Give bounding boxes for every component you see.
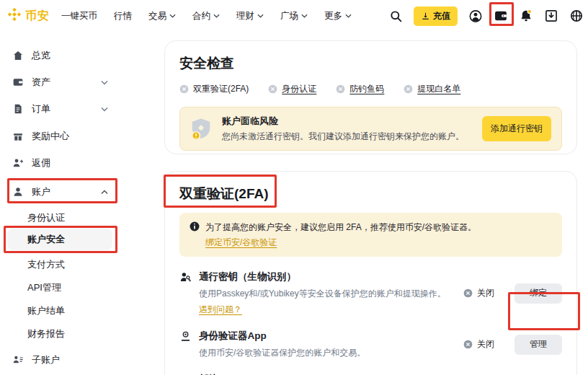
authenticator-manage-button[interactable]: 管理	[514, 335, 562, 355]
risk-banner-texts: 账户面临风险 您尚未激活通行密钥。我们建议添加通行密钥来保护您的账户。	[222, 115, 482, 143]
chevron-up-icon	[101, 190, 108, 195]
sidebar-item-assets[interactable]: 资产	[0, 73, 144, 92]
passkey-row: 通行密钥（生物识别） 使用Passkey和/或Yubikey等安全设备保护您的账…	[179, 270, 562, 316]
rewards-icon	[12, 131, 24, 142]
passkey-title: 通行密钥（生物识别）	[199, 270, 463, 283]
binance-diamond-icon	[7, 7, 22, 25]
chevron-down-icon	[301, 14, 308, 18]
info-icon	[190, 221, 200, 249]
sidebar-item-financial-reports[interactable]: 财务报告	[0, 325, 144, 343]
chevron-down-icon	[213, 14, 220, 18]
authenticator-icon	[179, 330, 192, 343]
sidebar-item-payment-methods[interactable]: 支付方式	[0, 255, 144, 274]
page: 币安 一键买币 行情 交易 合约 理财 广场 更多	[0, 0, 588, 375]
shield-warning-icon	[190, 118, 212, 141]
chevron-down-icon	[169, 14, 176, 18]
status-off-icon	[463, 288, 473, 298]
authenticator-row: 身份验证器App 使用币安/谷歌验证器保护您的账户和交易。 关闭 管理	[179, 330, 562, 359]
risk-banner-title: 账户面临风险	[222, 115, 482, 128]
language-globe-icon[interactable]	[569, 9, 584, 23]
chevron-down-icon	[257, 14, 264, 18]
add-passkey-button[interactable]: 添加通行密钥	[482, 116, 551, 141]
notifications-bell-icon[interactable]	[519, 9, 533, 23]
wallet-icon	[12, 76, 24, 88]
chevron-down-icon	[345, 14, 352, 18]
checklist-item-2fa[interactable]: 双重验证(2FA)	[179, 83, 249, 95]
subaccounts-icon	[12, 354, 24, 366]
status-off-icon	[463, 340, 473, 349]
risk-banner-description: 您尚未激活通行密钥。我们建议添加通行密钥来保护您的账户。	[222, 131, 482, 143]
checklist-item-antiphishing[interactable]: 防钓鱼码	[336, 83, 384, 95]
sidebar-item-sub-accounts[interactable]: 子账户	[0, 350, 144, 369]
sidebar-item-orders[interactable]: 订单	[0, 100, 144, 118]
account-risk-banner: 账户面临风险 您尚未激活通行密钥。我们建议添加通行密钥来保护您的账户。 添加通行…	[179, 107, 562, 151]
two-factor-card: 双重验证(2FA) 为了提高您的账户安全，建议您启用 2FA，推荐使用币安/谷歌…	[164, 171, 577, 375]
authenticator-title: 身份验证器App	[199, 330, 463, 343]
sidebar-item-rewards-hub[interactable]: 奖励中心	[0, 127, 144, 146]
two-factor-title: 双重验证(2FA)	[179, 185, 562, 203]
wallet-icon[interactable]	[494, 9, 508, 23]
circle-x-icon	[179, 84, 189, 94]
referral-icon	[12, 157, 24, 169]
nav-trade[interactable]: 交易	[148, 10, 176, 22]
circle-x-icon	[268, 84, 277, 94]
chevron-down-icon	[101, 80, 108, 85]
passkey-status: 关闭	[463, 287, 494, 299]
authenticator-description: 使用币安/谷歌验证器保护您的账户和交易。	[199, 347, 463, 359]
home-icon	[12, 50, 24, 61]
logo-text: 币安	[25, 9, 50, 24]
sidebar-item-identity-verification[interactable]: 身份认证	[0, 208, 144, 227]
passkey-help-link[interactable]: 遇到问题？	[199, 304, 242, 316]
authenticator-status: 关闭	[463, 338, 494, 350]
nav-buy-crypto[interactable]: 一键买币	[61, 10, 97, 22]
profile-icon[interactable]	[468, 9, 483, 23]
search-icon[interactable]	[388, 9, 403, 23]
security-checklist: 双重验证(2FA) 身份认证 防钓鱼码 提现白名单	[179, 83, 562, 95]
two-factor-info-banner: 为了提高您的账户安全，建议您启用 2FA，推荐使用币安/谷歌验证器。 绑定币安/…	[179, 213, 562, 257]
sidebar-item-account-security[interactable]: 账户安全	[7, 229, 112, 250]
top-navbar: 币安 一键买币 行情 交易 合约 理财 广场 更多	[0, 0, 588, 32]
user-icon	[12, 186, 24, 198]
nav-earn[interactable]: 理财	[236, 10, 264, 22]
passkey-description: 使用Passkey和/或Yubikey等安全设备保护您的账户和提现操作。	[199, 288, 463, 300]
sidebar-item-account-statement[interactable]: 账户结单	[0, 301, 144, 320]
checklist-item-identity[interactable]: 身份认证	[268, 83, 316, 95]
passkey-icon	[179, 271, 192, 283]
download-app-icon[interactable]	[544, 9, 558, 23]
nav-more[interactable]: 更多	[324, 10, 352, 22]
sidebar-item-overview[interactable]: 总览	[0, 46, 144, 65]
deposit-button[interactable]: 充值	[414, 6, 458, 26]
security-check-card: 安全检查 双重验证(2FA) 身份认证 防钓鱼码 提现白名单	[164, 40, 577, 154]
security-check-title: 安全检查	[179, 54, 562, 73]
circle-x-icon	[404, 84, 413, 94]
checklist-item-withdrawal-whitelist[interactable]: 提现白名单	[404, 83, 460, 95]
topbar-actions: 充值	[388, 0, 584, 32]
bind-authenticator-link[interactable]: 绑定币安/谷歌验证	[205, 237, 277, 249]
nav-markets[interactable]: 行情	[114, 10, 132, 22]
passkey-bind-button[interactable]: 绑定	[514, 283, 562, 304]
chevron-down-icon	[101, 107, 108, 112]
two-factor-info-text: 为了提高您的账户安全，建议您启用 2FA，推荐使用币安/谷歌验证器。	[205, 221, 476, 234]
deposit-icon	[421, 12, 430, 21]
circle-x-icon	[336, 84, 345, 94]
nav-square[interactable]: 广场	[280, 10, 308, 22]
binance-logo[interactable]: 币安	[7, 7, 50, 25]
sidebar-item-account[interactable]: 账户	[0, 182, 144, 201]
nav-futures[interactable]: 合约	[192, 10, 220, 22]
sidebar-item-api-management[interactable]: API管理	[0, 278, 144, 297]
orders-icon	[12, 103, 24, 115]
main-nav: 一键买币 行情 交易 合约 理财 广场 更多	[61, 10, 352, 22]
sidebar-item-referral[interactable]: 返佣	[0, 154, 144, 172]
